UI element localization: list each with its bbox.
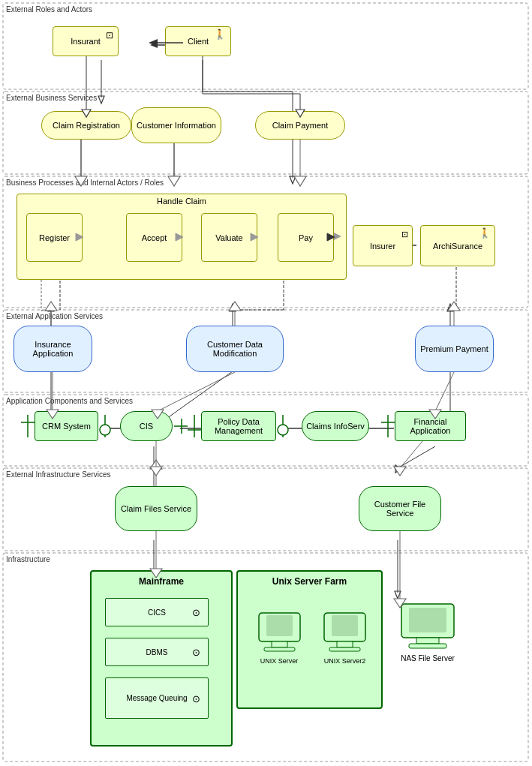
- message-queuing-label: Message Queuing: [126, 694, 187, 702]
- svg-point-70: [100, 425, 110, 435]
- accept-box[interactable]: Accept: [126, 213, 182, 262]
- client-label: Client: [188, 37, 209, 46]
- handle-claim-container: Handle Claim Register Accept Valuate: [17, 194, 347, 280]
- nas-server-container: NAS File Server: [390, 600, 465, 662]
- svg-marker-66: [327, 233, 335, 241]
- insurant-label: Insurant: [71, 37, 101, 46]
- insurer-box[interactable]: Insurer ⊡: [353, 225, 413, 266]
- dbms-label: DBMS: [146, 648, 168, 656]
- svg-line-113: [435, 372, 454, 411]
- unix-server2-label: UNIX Server2: [317, 657, 373, 665]
- svg-rect-89: [416, 638, 439, 644]
- svg-marker-8: [150, 42, 158, 48]
- message-queuing-box[interactable]: Message Queuing ⊙: [105, 677, 209, 719]
- svg-point-76: [278, 425, 288, 435]
- svg-marker-64: [176, 233, 183, 241]
- insurance-application-label: Insurance Application: [14, 340, 92, 358]
- archisurance-box[interactable]: ArchiSurance 🚶: [420, 225, 495, 266]
- svg-rect-88: [409, 608, 446, 632]
- svg-marker-102: [448, 302, 460, 311]
- financial-interface-left-icon: [381, 415, 395, 437]
- financial-component: Financial Application: [381, 411, 466, 441]
- svg-marker-98: [45, 302, 57, 311]
- unix-server2-icon-container: UNIX Server2: [317, 609, 373, 665]
- svg-line-119: [400, 441, 422, 468]
- svg-marker-100: [229, 302, 241, 311]
- policy-component: Policy Data Management: [188, 411, 290, 441]
- nas-monitor-icon: [398, 600, 458, 653]
- claim-files-service-box[interactable]: Claim Files Service: [115, 486, 197, 531]
- mainframe-label: Mainframe: [139, 576, 184, 587]
- cics-box[interactable]: CICS ⊙: [105, 598, 209, 626]
- svg-marker-65: [251, 233, 258, 241]
- layer-label-external-infra: External Infrastructure Services: [6, 470, 111, 479]
- unix-server-farm-box: Unix Server Farm UNIX Server UNIX Server…: [236, 570, 383, 709]
- financial-label: Financial Application: [395, 417, 465, 435]
- crm-box[interactable]: CRM System: [35, 411, 98, 441]
- claim-registration-label: Claim Registration: [53, 121, 120, 130]
- svg-marker-38: [230, 304, 236, 311]
- client-box[interactable]: Client 🚶: [165, 26, 231, 56]
- register-box[interactable]: Register: [26, 213, 83, 262]
- dbms-icon: ⊙: [192, 647, 200, 658]
- svg-rect-86: [329, 647, 360, 651]
- nas-label: NAS File Server: [390, 654, 465, 662]
- customer-data-modification-label: Customer Data Modification: [187, 340, 283, 358]
- customer-information-label: Customer Information: [137, 121, 216, 130]
- svg-marker-63: [76, 233, 83, 241]
- unix-farm-label: Unix Server Farm: [272, 576, 347, 587]
- svg-line-55: [398, 446, 435, 468]
- layer-label-external-business: External Business Services: [6, 94, 97, 102]
- svg-marker-34: [48, 304, 54, 311]
- crm-interface-left-icon: [21, 415, 35, 437]
- svg-marker-104: [150, 460, 162, 469]
- svg-marker-96: [294, 176, 306, 186]
- archisurance-label: ArchiSurance: [433, 242, 482, 251]
- crm-label: CRM System: [42, 422, 91, 431]
- policy-box[interactable]: Policy Data Management: [201, 411, 276, 441]
- svg-line-111: [158, 372, 235, 411]
- insurance-application-box[interactable]: Insurance Application: [14, 326, 92, 372]
- pay-box[interactable]: Pay: [278, 213, 334, 262]
- premium-payment-box[interactable]: Premium Payment: [415, 326, 494, 372]
- customer-data-modification-box[interactable]: Customer Data Modification: [186, 326, 284, 372]
- cis-label: CIS: [140, 422, 153, 431]
- financial-box[interactable]: Financial Application: [395, 411, 466, 441]
- policy-interface-left-icon: [188, 415, 201, 437]
- customer-file-service-box[interactable]: Customer File Service: [359, 486, 441, 531]
- cis-component: CIS: [120, 411, 188, 441]
- layer-label-app-components: Application Components and Services: [6, 397, 133, 405]
- claim-registration-box[interactable]: Claim Registration: [41, 111, 131, 140]
- claims-infoserv-box[interactable]: Claims InfoServ: [302, 411, 369, 441]
- cis-box[interactable]: CIS: [120, 411, 173, 441]
- layer-label-external-roles: External Roles and Actors: [6, 5, 92, 14]
- valuate-box[interactable]: Valuate: [201, 213, 257, 262]
- unix-server-label: UNIX Server: [253, 657, 305, 665]
- svg-rect-84: [332, 615, 358, 636]
- svg-rect-90: [409, 644, 446, 648]
- premium-payment-label: Premium Payment: [420, 344, 488, 353]
- svg-rect-82: [264, 647, 295, 651]
- register-label: Register: [39, 233, 70, 242]
- cics-label: CICS: [148, 608, 166, 617]
- customer-file-service-label: Customer File Service: [359, 500, 440, 518]
- claims-infoserv-component: Claims InfoServ: [302, 411, 369, 441]
- svg-marker-41: [447, 304, 453, 311]
- svg-marker-14: [98, 96, 104, 104]
- claim-payment-box[interactable]: Claim Payment: [255, 111, 345, 140]
- layer-label-external-app: External Application Services: [6, 312, 103, 320]
- crm-interface-right-icon: [98, 415, 112, 437]
- dbms-box[interactable]: DBMS ⊙: [105, 638, 209, 666]
- svg-marker-56: [395, 465, 401, 473]
- insurant-box[interactable]: Insurant ⊡: [53, 26, 119, 56]
- insurer-role-icon: ⊡: [401, 230, 408, 239]
- policy-label: Policy Data Management: [202, 417, 275, 435]
- claim-payment-label: Claim Payment: [272, 121, 329, 130]
- customer-information-box[interactable]: Customer Information: [131, 107, 221, 143]
- unix-server2-monitor-icon: [320, 609, 369, 654]
- handle-claim-label: Handle Claim: [157, 197, 206, 206]
- svg-marker-54: [395, 591, 401, 599]
- pay-label: Pay: [299, 233, 313, 242]
- layer-label-infrastructure: Infrastructure: [6, 555, 50, 563]
- insurer-label: Insurer: [370, 242, 395, 251]
